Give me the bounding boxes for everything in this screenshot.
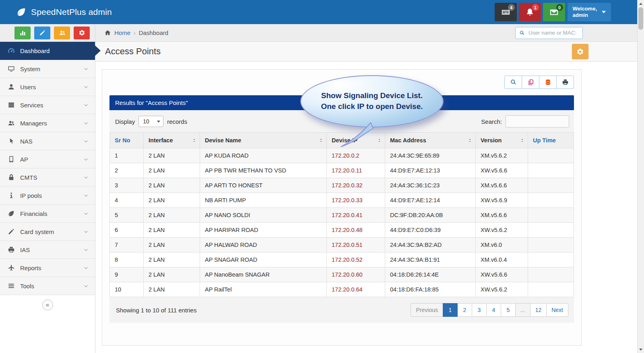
brand[interactable]: SpeedNetPlus admin <box>16 7 112 17</box>
sidebar-item-label: Tools <box>20 283 34 289</box>
vertical-scrollbar[interactable] <box>637 0 644 353</box>
search-tool-button[interactable] <box>504 76 522 89</box>
cell-name: AP SNAGAR ROAD <box>200 252 327 267</box>
cell-mac: 44:D9:E7:C0:D6:39 <box>385 223 476 238</box>
page-button-4[interactable]: 4 <box>486 303 501 317</box>
cell-mac: 24:A4:3C:36:1C:23 <box>385 178 476 193</box>
keyboard-indicator[interactable]: 4 <box>495 3 517 21</box>
sidebar-item-ip-pools[interactable]: IP pools <box>0 187 95 205</box>
chevron-down-icon <box>83 121 89 126</box>
cell-interface: 2 LAN <box>144 163 200 178</box>
user-search-input[interactable] <box>528 29 579 36</box>
sidebar-item-managers[interactable]: Managers <box>0 114 95 132</box>
sidebar-item-label: Reports <box>20 265 41 271</box>
sidebar-item-ap[interactable]: AP <box>0 150 95 168</box>
cell-interface: 2 LAN <box>144 267 200 282</box>
cell-version: XW.v5.6.6 <box>476 163 528 178</box>
sidebar-item-cmts[interactable]: CMTS <box>0 168 95 187</box>
column-header-version[interactable]: Version <box>476 133 528 148</box>
sidebar-item-ias[interactable]: IAS <box>0 241 95 259</box>
settings-button[interactable] <box>572 44 588 59</box>
page-button-3[interactable]: 3 <box>472 303 487 317</box>
cell-name: AP KUDA ROAD <box>200 148 327 163</box>
page-button-ellipsis: ... <box>515 303 530 317</box>
user-icon <box>8 83 15 90</box>
callout-tail <box>339 122 374 148</box>
cell-ip: 172.20.0.51 <box>327 238 385 252</box>
device-ip-link[interactable]: 172.20.0.64 <box>332 286 363 293</box>
bell-indicator[interactable]: 1 <box>519 3 541 21</box>
cell-ip: 172.20.0.33 <box>327 193 385 208</box>
scroll-down-arrow[interactable] <box>638 346 644 353</box>
sidebar-item-reports[interactable]: Reports <box>0 259 95 277</box>
database-tool-button[interactable] <box>539 76 557 89</box>
column-header-interface[interactable]: Interface <box>144 133 200 148</box>
scroll-thumb[interactable] <box>638 7 643 30</box>
breadcrumb-home-link[interactable]: Home <box>114 29 130 36</box>
device-ip-link[interactable]: 172.20.0.11 <box>332 167 362 174</box>
cell-sr: 4 <box>110 193 144 208</box>
display-records-select[interactable]: 10 <box>138 116 163 127</box>
user-menu[interactable]: Welcome, admin <box>568 3 611 21</box>
device-ip-link[interactable]: 172.20.0.32 <box>332 182 363 189</box>
table-row: 92 LANAP NanoBeam SNAGAR172.20.0.6004:18… <box>110 267 574 282</box>
column-header-up-time[interactable]: Up Time <box>528 133 574 148</box>
sidebar-item-dashboard[interactable]: Dashboard <box>0 42 95 60</box>
users-icon <box>59 29 66 36</box>
sidebar-item-services[interactable]: Services <box>0 96 95 114</box>
chart-bars-quick-button[interactable] <box>14 27 31 39</box>
page-button-next[interactable]: Next <box>546 303 568 317</box>
device-ip-link[interactable]: 172.20.0.33 <box>332 197 363 203</box>
pencil-quick-button[interactable] <box>34 27 50 39</box>
envelope-indicator[interactable]: 0 <box>543 3 565 21</box>
cell-uptime <box>528 238 574 252</box>
sidebar-item-label: Services <box>20 102 43 109</box>
copy-tool-button[interactable] <box>522 76 539 89</box>
page-button-previous[interactable]: Previous <box>411 303 443 317</box>
sort-icon <box>520 138 525 143</box>
column-header-mac-address[interactable]: Mac Address <box>385 133 476 148</box>
cell-interface: 2 LAN <box>144 223 200 238</box>
scroll-up-arrow[interactable] <box>638 0 644 7</box>
table-row: 62 LANAP HARIPAR ROAD172.20.0.4844:D9:E7… <box>110 223 574 238</box>
gear-icon <box>576 48 584 55</box>
sidebar-collapse-button[interactable]: « <box>42 300 53 310</box>
print-tool-button[interactable] <box>556 76 574 89</box>
column-header-sr-no[interactable]: Sr No <box>110 133 144 148</box>
chevron-down-icon <box>83 84 89 90</box>
sidebar-item-nas[interactable]: NAS <box>0 132 95 150</box>
device-ip-link[interactable]: 172.20.0.51 <box>332 242 363 248</box>
page-button-5[interactable]: 5 <box>501 303 516 317</box>
table-row: 102 LANAP RailTel172.20.0.6404:18:D6:FA:… <box>110 282 574 297</box>
device-ip-link[interactable]: 172.20.0.60 <box>332 271 363 278</box>
sidebar-item-tools[interactable]: Tools <box>0 277 95 295</box>
menu-icon <box>8 282 15 289</box>
device-ip-link[interactable]: 172.20.0.41 <box>332 212 363 218</box>
chevron-down-icon <box>83 229 89 234</box>
table-row: 42 LANNB ARTI PUMP172.20.0.3344:D9:E7:AE… <box>110 193 574 208</box>
column-header-devise-name[interactable]: Devise Name <box>200 133 327 148</box>
caret-down-icon <box>602 11 606 13</box>
titlebar: Access Points <box>95 42 644 62</box>
sidebar-item-system[interactable]: System <box>0 60 95 78</box>
sidebar-item-financials[interactable]: Financials <box>0 205 95 223</box>
cell-mac: 04:18:D6:FA:18:85 <box>385 282 476 297</box>
caret-down-icon <box>157 121 160 123</box>
sidebar-item-label: Users <box>20 84 36 90</box>
brand-leaf-icon <box>16 7 27 17</box>
table-search-input[interactable] <box>506 115 569 127</box>
device-ip-link[interactable]: 172.20.0.2 <box>332 152 359 159</box>
leaf-icon <box>8 210 15 217</box>
sidebar-item-users[interactable]: Users <box>0 78 95 96</box>
gears-quick-button[interactable] <box>74 27 90 39</box>
device-ip-link[interactable]: 172.20.0.52 <box>332 257 363 263</box>
page-button-1[interactable]: 1 <box>443 303 458 317</box>
sidebar-item-card-system[interactable]: Card system <box>0 223 95 241</box>
users-quick-button[interactable] <box>54 27 70 39</box>
cell-mac: 44:D9:E7:AE:12:13 <box>385 163 476 178</box>
page-root: SpeedNetPlus admin 410 Welcome, admin Da… <box>0 0 644 353</box>
device-ip-link[interactable]: 172.20.0.48 <box>332 227 363 233</box>
cell-version: XM.v6.0 <box>476 238 528 252</box>
page-button-12[interactable]: 12 <box>530 303 547 317</box>
page-button-2[interactable]: 2 <box>457 303 472 317</box>
